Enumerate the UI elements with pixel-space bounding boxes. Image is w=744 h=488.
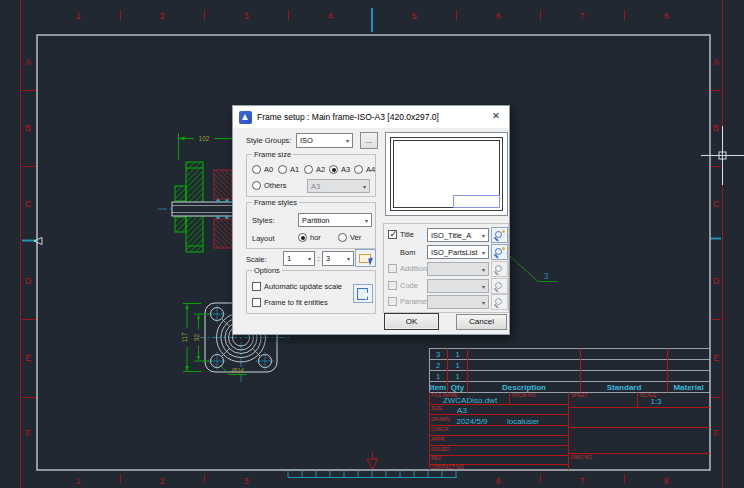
svg-text:6: 6	[496, 11, 501, 21]
svg-text:Material: Material	[673, 383, 703, 392]
svg-text:localuser: localuser	[507, 417, 539, 426]
svg-text:6: 6	[496, 476, 501, 486]
dimension-height: 117	[181, 328, 189, 347]
svg-text:F: F	[25, 428, 30, 438]
svg-text:CHECK: CHECK	[431, 426, 449, 432]
svg-text:1: 1	[436, 372, 440, 381]
parts-list: 3 1 2 1 1 1 Item Qty Description Standar…	[429, 349, 710, 393]
checkbox-icon	[388, 264, 397, 273]
auto-update-scale-label: Automatic update scale	[264, 282, 342, 291]
frame-styles-legend: Frame styles	[252, 198, 299, 207]
auto-update-scale-checkbox[interactable]: Automatic update scale	[252, 282, 342, 291]
layout-label: Layout	[252, 234, 275, 243]
svg-text:2: 2	[160, 476, 165, 486]
radio-size-others[interactable]: Others	[252, 181, 287, 190]
style-groups-label: Style Groups:	[246, 136, 291, 145]
pick-entities-button[interactable]	[353, 284, 373, 303]
frame-size-group: Frame size A0 A1 A2 A3 A4 Others A3 ▾	[246, 154, 376, 197]
additional-style-select: ▾	[427, 262, 489, 276]
chevron-down-icon: ▾	[363, 183, 366, 190]
svg-text:SHEET: SHEET	[571, 392, 588, 398]
style-groups-select[interactable]: ISO ▾	[296, 133, 353, 148]
sparkle-dot	[502, 230, 505, 233]
svg-text:3: 3	[244, 11, 249, 21]
svg-text:2024/5/9: 2024/5/9	[456, 417, 488, 426]
svg-text:3: 3	[244, 476, 249, 486]
svg-text:Standard: Standard	[607, 383, 642, 392]
svg-text:E: E	[25, 353, 31, 363]
preview-title-button[interactable]	[491, 227, 508, 243]
scale-denominator-select[interactable]: 3 ▾	[322, 251, 354, 266]
options-group: Options Automatic update scale Frame to …	[246, 270, 376, 314]
svg-text:92: 92	[193, 334, 200, 342]
radio-size-a4[interactable]: A4	[354, 165, 375, 174]
preview-additional-button	[491, 261, 508, 277]
preview-code-button	[491, 278, 508, 294]
radio-layout-hor[interactable]: hor	[298, 233, 321, 242]
code-checkbox: Code	[388, 281, 418, 290]
radio-size-a0[interactable]: A0	[252, 165, 273, 174]
svg-text:B: B	[25, 123, 31, 133]
parts-list-headers: Item Qty Description Standard Material	[430, 383, 704, 392]
svg-text:ZWCADiso.dwt: ZWCADiso.dwt	[443, 396, 498, 405]
ok-button[interactable]: OK	[384, 313, 439, 330]
radio-selected-icon	[329, 165, 338, 174]
radio-size-a1-label: A1	[290, 165, 299, 174]
checkbox-checked-icon	[388, 230, 397, 239]
svg-text:1: 1	[76, 476, 81, 486]
reference-scale	[288, 471, 457, 478]
sparkle-dot	[502, 247, 505, 250]
title-block: FILE NAME PSCM NO SHEET SCALE SIZE DRAWN…	[429, 392, 710, 471]
crosshair-cursor	[701, 126, 744, 185]
styles-value: Partition	[302, 216, 330, 225]
cancel-button[interactable]: Cancel	[456, 314, 507, 330]
gear-section-view: 102	[158, 133, 240, 252]
radio-size-a1[interactable]: A1	[278, 165, 299, 174]
svg-text:8: 8	[664, 476, 669, 486]
radio-size-a3[interactable]: A3	[329, 165, 350, 174]
preview-title-block	[453, 195, 500, 208]
frame-preview	[385, 132, 508, 216]
bom-style-select[interactable]: ISO_PartsList ▾	[427, 245, 489, 259]
cad-viewport: 1 2 3 4 5 6 7 8 1 2 3 6 7 8 A B C D E F …	[0, 0, 744, 488]
chevron-down-icon: ▾	[482, 266, 485, 273]
pick-scale-button[interactable]	[355, 249, 376, 267]
dimension-bolt-spacing: 92	[193, 330, 201, 346]
styles-select[interactable]: Partition ▾	[298, 213, 372, 227]
close-icon[interactable]: ✕	[492, 111, 500, 121]
svg-text:ISSUED: ISSUED	[431, 446, 450, 452]
browse-style-groups-button[interactable]: ...	[360, 132, 378, 149]
radio-layout-ver[interactable]: Ver	[338, 233, 361, 242]
chevron-down-icon: ▾	[482, 232, 485, 239]
svg-text:CONTACT NO: CONTACT NO	[431, 464, 464, 470]
scale-separator: :	[318, 254, 320, 263]
parametric-style-select: ▾	[427, 295, 489, 309]
style-groups-value: ISO	[300, 136, 313, 145]
radio-size-a2[interactable]: A2	[304, 165, 325, 174]
checkbox-icon	[388, 297, 397, 306]
chevron-down-icon: ▾	[347, 255, 350, 262]
scale-numerator-value: 1	[287, 254, 291, 263]
frame-to-fit-checkbox[interactable]: Frame to fit entities	[252, 298, 328, 307]
radio-size-a4-label: A4	[366, 165, 375, 174]
svg-text:7: 7	[580, 476, 585, 486]
others-size-select: A3 ▾	[307, 179, 370, 193]
svg-text:A: A	[713, 57, 719, 67]
svg-text:B: B	[713, 123, 719, 133]
chevron-down-icon: ▾	[365, 217, 368, 224]
others-size-value: A3	[311, 182, 320, 191]
radio-hor-label: hor	[310, 233, 321, 242]
scale-numerator-select[interactable]: 1 ▾	[283, 251, 315, 266]
svg-text:PSCM NO: PSCM NO	[512, 392, 535, 398]
preview-parametric-button	[491, 294, 508, 310]
radio-size-a0-label: A0	[264, 165, 273, 174]
title-style-select[interactable]: ISO_Title_A ▾	[427, 228, 489, 242]
preview-bom-button[interactable]	[491, 244, 508, 260]
preview-outer-frame	[390, 137, 503, 211]
dialog-titlebar[interactable]: Frame setup : Main frame-ISO-A3 [420.0x2…	[233, 106, 509, 128]
frame-size-legend: Frame size	[252, 150, 293, 159]
title-checkbox[interactable]: Title	[388, 230, 414, 239]
svg-text:1: 1	[455, 361, 459, 370]
frame-setup-dialog: Frame setup : Main frame-ISO-A3 [420.0x2…	[232, 105, 510, 335]
dimension-width: 102	[194, 134, 214, 143]
